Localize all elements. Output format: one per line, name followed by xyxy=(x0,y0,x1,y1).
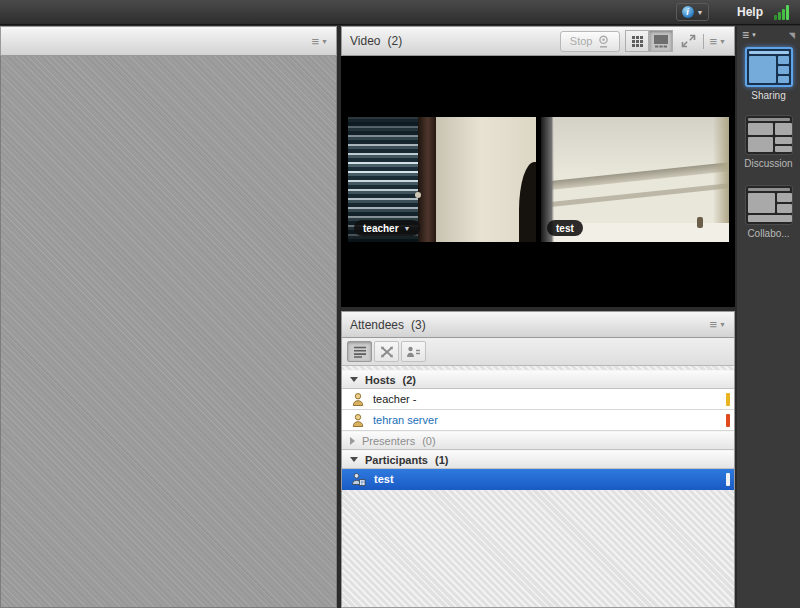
group-label: Presenters xyxy=(362,435,415,447)
network-status-indicator xyxy=(726,393,730,406)
list-view-icon xyxy=(353,346,367,358)
video-pod-controls: Stop xyxy=(560,30,726,52)
attendee-name: teacher - xyxy=(373,393,416,405)
attendee-row-test[interactable]: test xyxy=(342,469,734,490)
group-header-presenters[interactable]: Presenters (0) xyxy=(342,431,734,450)
attendees-list: Hosts (2) teacher - tehran server xyxy=(342,370,734,490)
feed-name: teacher xyxy=(363,223,399,234)
layout-sidebar: ≡ ▼ ◥ Sharing Disc xyxy=(737,26,800,608)
host-icon xyxy=(351,392,365,407)
video-feed-test[interactable]: test xyxy=(541,117,729,242)
video-pod-content: teacher ▼ test xyxy=(341,56,735,307)
disclosure-triangle-icon xyxy=(350,437,355,445)
disclosure-triangle-icon xyxy=(350,377,358,382)
thumb-pod xyxy=(775,137,792,144)
breakout-room-view-button[interactable] xyxy=(374,341,399,362)
pod-menu-icon[interactable]: ≡ ▼ xyxy=(709,318,726,331)
adobe-connect-window: i ▼ Help ≡ ▼ Video (2) Stop xyxy=(0,0,800,608)
thumb-pod xyxy=(778,66,789,74)
thumb-pod xyxy=(748,123,773,135)
chevron-down-icon: ▼ xyxy=(719,321,726,328)
layout-label: Sharing xyxy=(751,90,785,101)
attendees-pod-title: Attendees xyxy=(350,318,404,332)
connection-status-icon[interactable] xyxy=(774,5,794,20)
thumb-pod xyxy=(748,215,792,222)
pod-menu-icon[interactable]: ≡ ▼ xyxy=(709,35,726,48)
thumb-titlebar xyxy=(748,118,790,121)
discussion-layout-thumbnail xyxy=(745,115,793,155)
wall-mark xyxy=(697,217,703,228)
layout-item-discussion[interactable]: Discussion xyxy=(737,115,800,169)
share-pod: ≡ ▼ xyxy=(0,26,337,608)
info-icon: i xyxy=(682,6,694,18)
thumb-pod xyxy=(748,137,773,152)
fullscreen-icon xyxy=(681,34,696,48)
disclosure-triangle-icon xyxy=(350,457,358,462)
chevron-down-icon: ▼ xyxy=(751,32,757,38)
collapse-sidebar-icon[interactable]: ◥ xyxy=(789,31,795,40)
feed-name: test xyxy=(556,223,574,234)
attendee-list-view-button[interactable] xyxy=(347,341,372,362)
participant-icon xyxy=(351,472,366,487)
group-header-hosts[interactable]: Hosts (2) xyxy=(342,370,734,389)
layout-label: Discussion xyxy=(744,158,792,169)
layout-sidebar-header: ≡ ▼ ◥ xyxy=(737,26,800,44)
video-view-toggle xyxy=(625,30,673,52)
info-button[interactable]: i ▼ xyxy=(676,3,709,21)
group-label: Hosts xyxy=(365,374,396,386)
host-icon xyxy=(351,413,365,428)
grid-view-icon xyxy=(631,35,644,48)
door-frame xyxy=(418,117,436,242)
layout-item-sharing[interactable]: Sharing xyxy=(737,47,800,101)
thumb-pod xyxy=(775,123,792,135)
pod-menu-icon[interactable]: ≡ ▼ xyxy=(311,35,328,48)
menu-lines-icon: ≡ xyxy=(709,35,717,48)
chevron-down-icon: ▼ xyxy=(719,38,726,45)
group-count: (1) xyxy=(435,454,448,466)
network-status-indicator xyxy=(726,473,730,486)
webcam-icon xyxy=(597,35,610,48)
pod-menu-icon[interactable]: ≡ ▼ xyxy=(742,29,757,41)
group-label: Participants xyxy=(365,454,428,466)
menu-lines-icon: ≡ xyxy=(709,318,717,331)
menu-lines-icon: ≡ xyxy=(742,29,749,41)
layout-label: Collabo... xyxy=(747,228,789,239)
video-pod-header: Video (2) Stop xyxy=(341,26,735,56)
layout-item-collaboration[interactable]: Collabo... xyxy=(737,185,800,239)
attendee-status-view-button[interactable] xyxy=(401,341,426,362)
menu-lines-icon: ≡ xyxy=(311,35,319,48)
collaboration-layout-thumbnail xyxy=(745,185,793,225)
thumb-titlebar xyxy=(749,51,789,54)
video-pod: Video (2) Stop xyxy=(341,26,735,307)
video-feed-name-menu[interactable]: test xyxy=(547,220,583,236)
chevron-down-icon: ▼ xyxy=(321,38,328,45)
help-menu[interactable]: Help xyxy=(737,5,763,19)
stop-button-label: Stop xyxy=(570,35,593,47)
network-status-indicator xyxy=(726,414,730,427)
video-pod-title: Video xyxy=(350,34,380,48)
chevron-down-icon: ▼ xyxy=(697,9,704,16)
thumb-pod xyxy=(748,193,775,213)
thumb-pod xyxy=(749,56,776,83)
attendee-name: tehran server xyxy=(373,414,438,426)
filmstrip-view-button[interactable] xyxy=(649,30,673,52)
video-feed-teacher[interactable]: teacher ▼ xyxy=(348,117,536,242)
attendees-pod: Attendees (3) ≡ ▼ xyxy=(341,312,735,608)
group-count: (0) xyxy=(422,435,435,447)
thumb-pod xyxy=(778,56,789,64)
sharing-layout-thumbnail xyxy=(745,47,793,87)
fullscreen-button[interactable] xyxy=(678,31,698,51)
grid-view-button[interactable] xyxy=(625,30,649,52)
stop-webcam-button[interactable]: Stop xyxy=(560,31,621,52)
group-header-participants[interactable]: Participants (1) xyxy=(342,450,734,469)
attendee-status-icon xyxy=(406,346,421,358)
breakout-view-icon xyxy=(380,346,394,358)
attendees-pod-header: Attendees (3) ≡ ▼ xyxy=(341,311,735,338)
thumb-pod xyxy=(777,204,792,213)
group-count: (2) xyxy=(403,374,416,386)
attendees-toolbar xyxy=(342,338,734,366)
video-feed-name-menu[interactable]: teacher ▼ xyxy=(354,220,420,236)
thumb-titlebar xyxy=(748,188,790,191)
attendee-row-teacher[interactable]: teacher - xyxy=(342,389,734,410)
attendee-row-tehran-server[interactable]: tehran server xyxy=(342,410,734,431)
